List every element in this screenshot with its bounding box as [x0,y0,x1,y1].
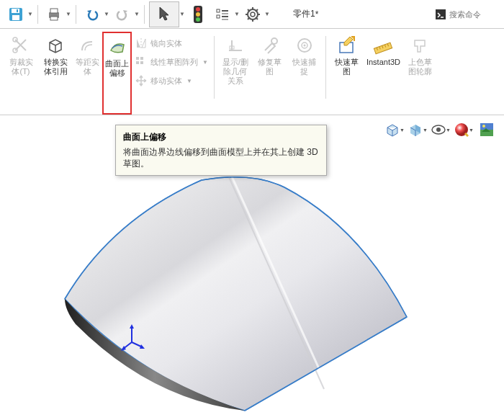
repair-sketch-button[interactable]: 修复草 图 [253,32,287,115]
surface-offset-icon [108,37,127,56]
svg-rect-33 [140,57,143,60]
repair-icon [261,36,279,55]
svg-rect-11 [217,9,220,12]
move-icon [135,74,148,87]
ruler-icon [373,35,393,55]
svg-point-10 [196,17,200,22]
title-text: 零件1 [293,8,315,20]
settings-button[interactable] [241,3,264,26]
cursor-icon [157,6,171,23]
svg-point-9 [196,12,200,17]
svg-rect-27 [436,9,446,19]
list-icon [215,7,230,22]
repair-label: 修复草 图 [258,58,282,76]
origin-triad[interactable] [121,324,150,353]
offset-label: 等距实 体 [76,58,99,76]
quick-sketch-label: 快速草 图 [335,58,359,76]
display-relations-button[interactable]: 显示/删 除几何 关系 [219,32,252,115]
select-tool[interactable] [149,1,179,27]
svg-rect-5 [50,9,58,13]
separator [37,5,38,24]
quick-access-toolbar: ▼ ▼ ▼ ▼ ▼ ▼ ▼ 零件1* [0,0,504,29]
tooltip-title: 曲面上偏移 [123,131,319,143]
svg-rect-12 [217,15,220,18]
color-sketch-label: 上色草 图轮廓 [408,58,432,76]
ribbon-toolbar: 剪裁实 体(T) 转换实 体引用 等距实 体 曲面上 偏移 镜向实体 线性草图阵… [0,29,504,115]
svg-rect-32 [136,57,139,60]
undo-dropdown[interactable]: ▼ [104,11,109,17]
save-dropdown[interactable]: ▼ [27,11,33,17]
quick-sketch-button[interactable]: 快速草 图 [330,32,364,115]
separator [214,36,215,99]
options-dropdown[interactable]: ▼ [234,11,240,17]
quick-snap-button[interactable]: 快速捕 捉 [288,32,321,115]
mirror-icon [135,37,148,50]
svg-point-39 [271,38,277,44]
print-button[interactable] [42,3,66,26]
traffic-light-button[interactable] [186,3,210,26]
undo-icon [85,7,99,22]
svg-rect-34 [136,61,139,64]
gear-icon [246,7,260,22]
pattern-icon [135,55,148,68]
settings-dropdown[interactable]: ▼ [264,11,270,17]
options-button[interactable] [211,3,234,26]
surface-offset-label: 曲面上 偏移 [105,59,129,78]
select-dropdown[interactable]: ▼ [179,11,185,17]
save-button[interactable] [4,3,27,26]
quick-sketch-icon [337,35,357,55]
tooltip: 曲面上偏移 将曲面边界边线偏移到曲面模型上并在其上创建 3D 草图。 [115,125,327,176]
paint-icon [410,36,429,55]
offset-icon [78,36,96,55]
linear-pattern-button[interactable]: 线性草图阵列 ▼ [135,53,208,71]
ribbon-mid-column: 镜向实体 线性草图阵列 ▼ 移动实体 ▼ [133,32,210,115]
surface-offset-button[interactable]: 曲面上 偏移 [102,32,132,115]
move-label: 移动实体 [150,76,182,86]
dropdown-icon[interactable]: ▼ [186,78,192,84]
svg-rect-35 [140,61,143,64]
separator [325,36,326,99]
instant3d-button[interactable]: Instant3D [365,32,402,115]
move-entity-button[interactable]: 移动实体 ▼ [135,72,208,89]
snap-label: 快速捕 捉 [292,58,316,76]
relations-icon [226,36,245,55]
trim-label: 剪裁实 体(T) [9,58,33,76]
svg-rect-3 [17,9,18,12]
svg-rect-2 [12,15,19,20]
mirror-label: 镜向实体 [150,38,182,49]
redo-button[interactable] [111,3,134,26]
scissors-icon [12,36,30,55]
snap-icon [295,36,314,55]
color-sketch-button[interactable]: 上色草 图轮廓 [403,32,436,115]
convert-label: 转换实 体引用 [44,58,68,76]
cube-icon [46,36,65,55]
save-icon [8,6,24,22]
redo-dropdown[interactable]: ▼ [134,11,140,17]
svg-rect-6 [50,17,58,20]
svg-point-18 [251,12,255,17]
separator [144,5,145,24]
separator [76,5,76,24]
document-title: 零件1* [293,8,318,20]
search-input[interactable] [449,10,500,19]
mirror-entity-button[interactable]: 镜向实体 [135,35,208,52]
svg-rect-1 [12,9,19,13]
trim-entity-button[interactable]: 剪裁实 体(T) [4,32,37,115]
command-icon [435,9,446,20]
pattern-label: 线性草图阵列 [150,57,198,68]
undo-button[interactable] [81,3,104,26]
svg-point-42 [303,45,305,47]
dropdown-icon[interactable]: ▼ [202,59,208,66]
svg-point-8 [196,7,200,12]
search-area [435,9,500,20]
convert-entity-button[interactable]: 转换实 体引用 [39,32,72,115]
offset-entity-button[interactable]: 等距实 体 [73,32,101,115]
instant3d-label: Instant3D [366,58,400,67]
print-icon [46,6,62,22]
modified-indicator: * [315,9,319,19]
traffic-light-icon [193,5,203,24]
relations-label: 显示/删 除几何 关系 [222,58,248,86]
print-dropdown[interactable]: ▼ [66,11,71,17]
tooltip-body: 将曲面边界边线偏移到曲面模型上并在其上创建 3D 草图。 [123,146,319,169]
axis-icon [121,324,150,353]
